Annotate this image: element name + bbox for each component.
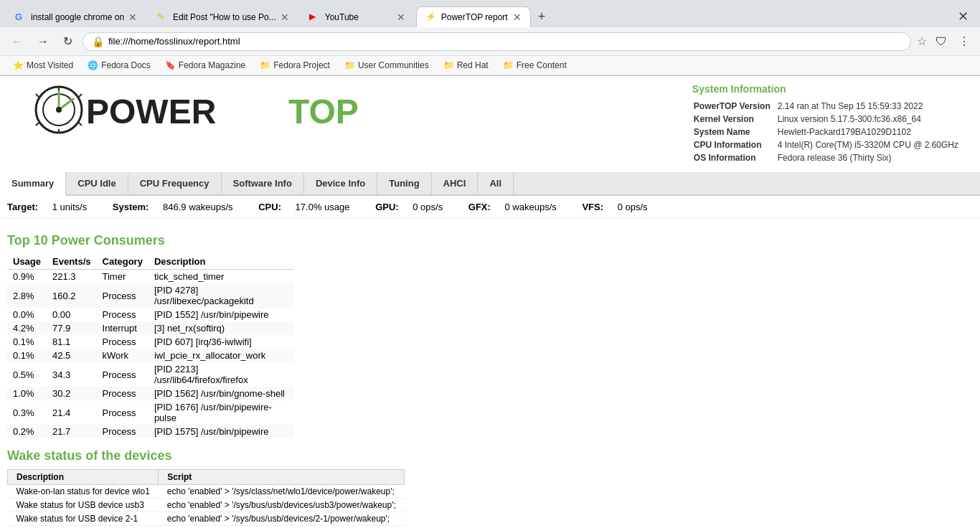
cell-category: Process xyxy=(97,308,149,321)
vfs-stat: VFS: 0 ops/s xyxy=(582,202,659,212)
wake-cell-script: echo 'enabled' > '/sys/bus/usb/devices/u… xyxy=(159,526,405,529)
bookmark-label-1: Fedora Docs xyxy=(101,60,151,70)
cpu-stat: CPU: 17.0% usage xyxy=(258,202,364,212)
wake-col-desc: Description xyxy=(8,470,159,485)
cell-description: [PID 2213] /usr/lib64/firefox/firefox xyxy=(149,362,294,387)
tab-summary[interactable]: Summary xyxy=(0,172,66,196)
cell-usage: 0.1% xyxy=(7,349,47,362)
close-window-button[interactable]: ✕ xyxy=(952,6,974,27)
tab-software-info[interactable]: Software Info xyxy=(222,172,304,194)
sys-info-label-3: CPU Information xyxy=(694,139,776,151)
cell-usage: 2.8% xyxy=(7,283,47,308)
tab-cpu-frequency[interactable]: CPU Frequency xyxy=(128,172,222,194)
target-label: Target: xyxy=(7,202,38,212)
address-icon: 🔒 xyxy=(92,36,104,47)
tab-powertop[interactable]: ⚡ PowerTOP report ✕ xyxy=(416,6,531,27)
cell-events: 21.7 xyxy=(47,425,96,438)
bookmark-fedora-magazine[interactable]: 🔖 Fedora Magazine xyxy=(159,59,251,72)
target-value: 1 units/s xyxy=(52,202,87,212)
table-row: 0.3% 21.4 Process [PID 1676] /usr/bin/pi… xyxy=(7,400,294,425)
sys-info-value-2: Hewlett-Packard179BA1029D1102 xyxy=(778,126,964,138)
site-header: POWER TOP System Information PowerTOP Ve… xyxy=(0,76,980,172)
main-content: Top 10 Power Consumers Usage Events/s Ca… xyxy=(0,219,980,528)
new-tab-button[interactable]: + xyxy=(532,6,552,27)
globe-icon: 🌐 xyxy=(88,60,98,70)
bookmark-most-visited[interactable]: ⭐ Most Visited xyxy=(7,59,79,72)
wake-cell-desc: Wake-on-lan status for device wlo1 xyxy=(8,485,159,499)
tab-close-2[interactable]: ✕ xyxy=(281,11,289,23)
cell-category: Process xyxy=(97,362,149,387)
forward-button[interactable]: → xyxy=(33,32,53,51)
system-stat: System: 846.9 wakeups/s xyxy=(113,202,247,212)
cell-category: Process xyxy=(97,425,149,438)
logo-area: POWER TOP xyxy=(14,83,423,139)
sys-info-row-3: CPU Information 4 Intel(R) Core(TM) i5-3… xyxy=(694,139,964,151)
tab-edit-post[interactable]: ✎ Edit Post "How to use Po... ✕ xyxy=(148,6,298,27)
sys-info-value-1: Linux version 5.17.5-300.fc36.x86_64 xyxy=(778,113,964,125)
tab-ahci[interactable]: AHCI xyxy=(432,172,479,194)
toolbar: ← → ↻ 🔒 ☆ 🛡 ⋮ xyxy=(0,27,980,56)
tab-close-1[interactable]: ✕ xyxy=(128,11,137,23)
power-consumers-section: Top 10 Power Consumers Usage Events/s Ca… xyxy=(7,233,973,438)
sys-info-value-3: 4 Intel(R) Core(TM) i5-3320M CPU @ 2.60G… xyxy=(778,139,964,151)
sys-info-label-0: PowerTOP Version xyxy=(694,100,776,112)
shield-button[interactable]: 🛡 xyxy=(933,32,950,51)
cell-description: [PID 607] [irq/36-iwlwifi] xyxy=(149,335,294,349)
sys-info-table: PowerTOP Version 2.14 ran at Thu Sep 15 … xyxy=(692,99,966,165)
cell-description: [PID 1676] /usr/bin/pipewire-pulse xyxy=(149,400,294,425)
svg-text:POWER: POWER xyxy=(86,93,216,131)
bookmark-fedora-project[interactable]: 📁 Fedora Project xyxy=(254,59,336,72)
bookmark-free-content[interactable]: 📁 Free Content xyxy=(497,59,573,72)
tab-cpu-idle[interactable]: CPU Idle xyxy=(66,172,128,194)
cell-usage: 0.5% xyxy=(7,362,47,387)
tab-close-4[interactable]: ✕ xyxy=(513,11,522,23)
cell-usage: 4.2% xyxy=(7,321,47,335)
nav-tabs: Summary CPU Idle CPU Frequency Software … xyxy=(0,172,980,196)
list-item: Wake status for USB device 2-1 echo 'ena… xyxy=(8,512,405,526)
cell-events: 81.1 xyxy=(47,335,96,349)
bookmark-fedora-docs[interactable]: 🌐 Fedora Docs xyxy=(82,59,156,72)
tab-tuning[interactable]: Tuning xyxy=(377,172,431,194)
cell-description: [PID 1562] /usr/bin/gnome-shell xyxy=(149,387,294,400)
svg-line-5 xyxy=(79,94,82,97)
tab-all[interactable]: All xyxy=(478,172,514,194)
tab-favicon-2: ✎ xyxy=(157,11,169,23)
col-events: Events/s xyxy=(47,254,96,270)
svg-line-4 xyxy=(36,94,39,97)
bookmark-button[interactable]: ☆ xyxy=(917,34,927,48)
cell-events: 30.2 xyxy=(47,387,96,400)
bookmark-label-2: Fedora Magazine xyxy=(179,60,245,70)
wake-col-script: Script xyxy=(159,470,405,485)
menu-button[interactable]: ⋮ xyxy=(956,32,973,51)
address-input[interactable] xyxy=(108,36,902,47)
reload-button[interactable]: ↻ xyxy=(59,32,77,51)
table-row: 0.0% 0.00 Process [PID 1552] /usr/bin/pi… xyxy=(7,308,294,321)
bookmark-red-hat[interactable]: 📁 Red Hat xyxy=(438,59,494,72)
sys-info-row-2: System Name Hewlett-Packard179BA1029D110… xyxy=(694,126,964,138)
tab-favicon-1: G xyxy=(15,11,27,23)
tab-close-3[interactable]: ✕ xyxy=(397,11,405,23)
tab-title-3: YouTube xyxy=(325,12,392,22)
tab-device-info[interactable]: Device Info xyxy=(304,172,377,194)
power-table-body: 0.9% 221.3 Timer tick_sched_timer 2.8% 1… xyxy=(7,270,294,439)
list-item: Wake status for USB device usb3 echo 'en… xyxy=(8,499,405,512)
wake-status-title: Wake status of the devices xyxy=(7,448,973,463)
folder-icon-3: 📁 xyxy=(443,60,454,70)
gfx-stat: GFX: 0 wakeups/s xyxy=(468,202,571,212)
cell-description: tick_sched_timer xyxy=(149,270,294,284)
page-content: POWER TOP System Information PowerTOP Ve… xyxy=(0,76,980,528)
wake-cell-desc: Wake status for USB device 2-1 xyxy=(8,512,159,526)
bookmark-label-3: Fedora Project xyxy=(273,60,330,70)
col-usage: Usage xyxy=(7,254,47,270)
tab-install-chrome[interactable]: G install google chrome on ✕ xyxy=(6,6,146,27)
bookmark-user-communities[interactable]: 📁 User Communities xyxy=(339,59,435,72)
col-category: Category xyxy=(97,254,149,270)
cell-category: Process xyxy=(97,283,149,308)
address-bar[interactable]: 🔒 xyxy=(83,32,911,51)
bookmarks-bar: ⭐ Most Visited 🌐 Fedora Docs 🔖 Fedora Ma… xyxy=(0,56,980,75)
cell-description: [PID 1552] /usr/bin/pipewire xyxy=(149,308,294,321)
tab-youtube[interactable]: ▶ YouTube ✕ xyxy=(300,6,415,27)
table-row: 0.1% 42.5 kWork iwl_pcie_rx_allocator_wo… xyxy=(7,349,294,362)
tab-bar: G install google chrome on ✕ ✎ Edit Post… xyxy=(0,0,980,27)
back-button[interactable]: ← xyxy=(7,32,27,51)
